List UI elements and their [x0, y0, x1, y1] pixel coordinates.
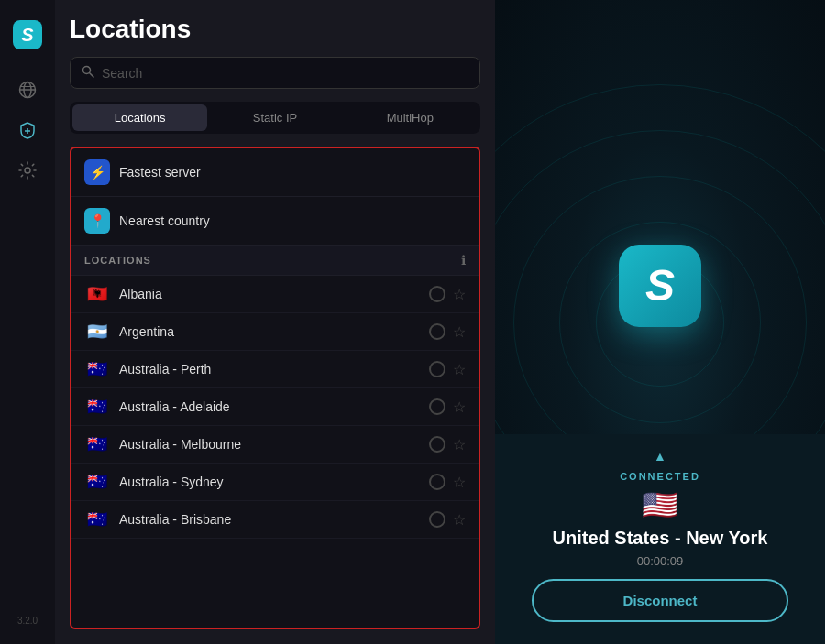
list-item[interactable]: 🇦🇺 Australia - Melbourne ☆	[72, 426, 478, 464]
search-icon	[82, 65, 94, 81]
tab-static-ip[interactable]: Static IP	[207, 104, 342, 131]
nearest-country-label: Nearest country	[119, 213, 210, 228]
sidebar: S 3.2.0	[0, 0, 55, 644]
location-name: Australia - Melbourne	[119, 437, 420, 452]
location-actions: ☆	[429, 436, 466, 453]
connection-timer: 00:00:09	[637, 554, 684, 568]
globe-icon[interactable]	[11, 73, 44, 106]
section-label: LOCATIONS	[84, 255, 151, 266]
radio-button[interactable]	[429, 436, 446, 453]
logo-letter: S	[645, 260, 675, 311]
settings-icon[interactable]	[11, 154, 44, 187]
disconnect-button[interactable]: Disconnect	[532, 579, 788, 622]
app-logo-large: S	[619, 245, 701, 327]
tab-locations[interactable]: Locations	[72, 104, 207, 131]
list-item[interactable]: 🇦🇺 Australia - Perth ☆	[72, 351, 478, 388]
location-name: Albania	[119, 287, 420, 301]
app-logo: S	[11, 18, 44, 51]
fastest-server-item[interactable]: ⚡ Fastest server	[72, 148, 478, 197]
tab-multihop[interactable]: MultiHop	[343, 104, 478, 131]
chevron-up-icon[interactable]: ▲	[654, 449, 666, 464]
location-name: Australia - Sydney	[119, 475, 420, 489]
connection-panel: ▲ CONNECTED 🇺🇸 United States - New York …	[495, 434, 825, 644]
search-input[interactable]	[102, 66, 468, 81]
location-actions: ☆	[429, 323, 466, 341]
connected-flag: 🇺🇸	[642, 487, 678, 522]
search-bar[interactable]	[70, 57, 480, 89]
surfshark-logo: S	[619, 245, 701, 327]
left-panel: Locations Locations Static IP MultiHop ⚡…	[55, 0, 495, 644]
page-title: Locations	[70, 15, 480, 44]
list-item[interactable]: 🇦🇺 Australia - Sydney ☆	[72, 464, 478, 501]
nearest-country-item[interactable]: 📍 Nearest country	[72, 197, 478, 246]
star-icon[interactable]: ☆	[453, 511, 466, 529]
svg-text:S: S	[21, 25, 34, 45]
star-icon[interactable]: ☆	[453, 323, 466, 341]
locations-list: ⚡ Fastest server 📍 Nearest country LOCAT…	[70, 147, 480, 629]
connection-status: CONNECTED	[620, 471, 700, 482]
pin-icon: 📍	[84, 208, 110, 234]
location-actions: ☆	[429, 511, 466, 529]
flag-argentina: 🇦🇷	[84, 322, 110, 341]
location-actions: ☆	[429, 361, 466, 378]
flag-australia-brisbane: 🇦🇺	[84, 510, 110, 529]
list-item[interactable]: 🇦🇷 Argentina ☆	[72, 313, 478, 351]
radio-button[interactable]	[429, 398, 446, 415]
list-item[interactable]: 🇦🇺 Australia - Brisbane ☆	[72, 501, 478, 539]
shield-plus-icon[interactable]	[11, 114, 44, 147]
svg-point-9	[25, 168, 30, 173]
location-name: Australia - Adelaide	[119, 399, 420, 414]
location-name: Australia - Perth	[119, 362, 420, 377]
list-item[interactable]: 🇦🇱 Albania ☆	[72, 276, 478, 313]
connected-location: United States - New York	[553, 528, 768, 549]
location-name: Argentina	[119, 324, 420, 339]
flag-australia-adelaide: 🇦🇺	[84, 398, 110, 416]
lightning-icon: ⚡	[84, 159, 110, 185]
star-icon[interactable]: ☆	[453, 474, 466, 491]
radio-button[interactable]	[429, 361, 446, 377]
star-icon[interactable]: ☆	[453, 361, 466, 378]
flag-albania: 🇦🇱	[84, 285, 110, 303]
radio-button[interactable]	[429, 323, 446, 340]
locations-section-header: LOCATIONS ℹ	[72, 246, 478, 276]
star-icon[interactable]: ☆	[453, 398, 466, 416]
location-actions: ☆	[429, 398, 466, 416]
right-panel: S ▲ CONNECTED 🇺🇸 United States - New Yor…	[495, 0, 825, 644]
star-icon[interactable]: ☆	[453, 436, 466, 453]
location-actions: ☆	[429, 474, 466, 491]
flag-australia-melbourne: 🇦🇺	[84, 435, 110, 453]
fastest-server-label: Fastest server	[119, 165, 201, 180]
flag-australia-perth: 🇦🇺	[84, 360, 110, 378]
list-item[interactable]: 🇦🇺 Australia - Adelaide ☆	[72, 388, 478, 426]
radio-button[interactable]	[429, 511, 446, 528]
tabs-container: Locations Static IP MultiHop	[70, 102, 480, 134]
star-icon[interactable]: ☆	[453, 286, 466, 303]
info-icon[interactable]: ℹ	[461, 253, 466, 267]
flag-australia-sydney: 🇦🇺	[84, 473, 110, 491]
radio-button[interactable]	[429, 474, 446, 490]
version-label: 3.2.0	[17, 616, 38, 626]
radio-button[interactable]	[429, 286, 446, 302]
svg-line-11	[90, 73, 94, 78]
location-actions: ☆	[429, 286, 466, 303]
location-name: Australia - Brisbane	[119, 512, 420, 527]
